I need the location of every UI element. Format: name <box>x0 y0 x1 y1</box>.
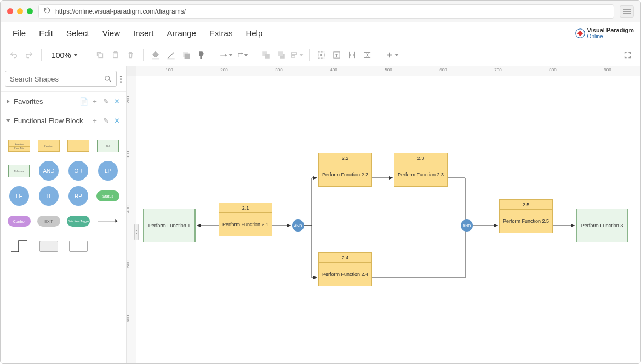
shape-reference-small[interactable]: Ref <box>96 136 120 155</box>
chevron-down-icon <box>228 54 233 56</box>
favorites-header[interactable]: Favorites 📄 + ✎ ✕ <box>1 92 126 111</box>
zoom-dropdown[interactable]: 100% <box>47 51 82 60</box>
svg-rect-15 <box>265 54 270 59</box>
edit-favorite-icon[interactable]: ✎ <box>102 97 110 105</box>
node-reference-1[interactable]: Perform Function 1 <box>143 209 196 242</box>
close-favorite-icon[interactable]: ✕ <box>113 97 121 105</box>
line-color-button[interactable] <box>164 49 178 62</box>
to-back-button[interactable] <box>275 49 288 62</box>
svg-rect-9 <box>167 58 174 59</box>
distribute-v-button[interactable] <box>361 49 374 62</box>
menu-extras[interactable]: Extras <box>204 25 238 41</box>
shape-or-gate[interactable]: OR <box>66 161 90 181</box>
workspace: Favorites 📄 + ✎ ✕ Functional Flow Block … <box>1 66 640 364</box>
search-input[interactable] <box>10 75 104 83</box>
logo[interactable]: Visual Paradigm Online <box>575 27 634 39</box>
menu-bar: File Edit Select View Insert Arrange Ext… <box>1 22 640 44</box>
sidebar-options-button[interactable] <box>120 76 122 83</box>
shape-control[interactable]: Control <box>7 211 31 231</box>
shape-rect[interactable] <box>37 236 61 256</box>
shape-rect-white[interactable] <box>66 236 90 256</box>
favorites-section: Favorites 📄 + ✎ ✕ <box>1 91 126 111</box>
menu-insert[interactable]: Insert <box>128 25 159 41</box>
node-function-2-1[interactable]: 2.1 Perform Function 2.1 <box>219 203 272 236</box>
node-function-2-5[interactable]: 2.5 Perform Function 2.5 <box>499 199 553 233</box>
shape-reference[interactable]: Reference <box>7 161 31 181</box>
functional-flow-section: Functional Flow Block + ✎ ✕ FunctionFunc… <box>1 111 126 264</box>
sidebar-collapse-handle[interactable]: ⋮ <box>134 224 139 240</box>
shape-function[interactable]: Function <box>37 136 61 155</box>
fit-page-button[interactable] <box>315 49 328 62</box>
ruler-corner <box>127 66 136 76</box>
close-window-icon[interactable] <box>7 8 13 14</box>
window-controls <box>7 8 33 14</box>
ruler-horizontal: 100 200 300 400 500 600 700 800 900 <box>136 66 640 76</box>
reload-icon[interactable] <box>43 7 51 16</box>
svg-rect-8 <box>152 58 159 59</box>
functional-flow-header[interactable]: Functional Flow Block + ✎ ✕ <box>1 111 126 130</box>
canvas[interactable]: ⋮ <box>136 76 640 364</box>
browser-bar: https://online.visual-paradigm.com/diagr… <box>1 1 640 22</box>
redo-button[interactable] <box>22 49 36 62</box>
menu-help[interactable]: Help <box>240 25 268 41</box>
shape-arrow[interactable] <box>96 211 120 231</box>
shape-trigger[interactable]: Data Item Trigger <box>66 211 90 231</box>
node-function-2-4[interactable]: 2.4 Perform Function 2.4 <box>318 252 372 286</box>
browser-menu-button[interactable] <box>620 5 634 18</box>
shape-grid: FunctionFunc Title Function Ref Referenc… <box>1 130 126 264</box>
to-front-button[interactable] <box>260 49 273 62</box>
node-function-2-3[interactable]: 2.3 Perform Function 2.3 <box>394 153 448 187</box>
menu-edit[interactable]: Edit <box>33 25 59 41</box>
shape-and-gate[interactable]: AND <box>37 161 61 181</box>
minimize-window-icon[interactable] <box>17 8 23 14</box>
shape-step[interactable] <box>7 236 31 256</box>
close-section-icon[interactable]: ✕ <box>113 117 121 124</box>
waypoint-style-button[interactable] <box>235 49 248 62</box>
svg-rect-12 <box>200 56 202 59</box>
shape-exit[interactable]: EXIT <box>37 211 61 231</box>
node-function-2-2[interactable]: 2.2 Perform Function 2.2 <box>318 153 372 187</box>
menu-arrange[interactable]: Arrange <box>162 25 202 41</box>
chevron-down-icon <box>6 119 10 122</box>
add-shape-icon[interactable]: + <box>91 117 99 124</box>
align-button[interactable] <box>290 49 304 62</box>
delete-button[interactable] <box>124 49 138 62</box>
fit-selection-button[interactable] <box>330 49 344 62</box>
svg-rect-11 <box>184 53 189 58</box>
node-and-gate-1[interactable]: AND <box>292 219 304 232</box>
add-favorite-icon[interactable]: + <box>91 97 99 105</box>
distribute-h-button[interactable] <box>346 49 359 62</box>
favorites-title: Favorites <box>14 97 77 106</box>
paste-button[interactable] <box>109 49 122 62</box>
shape-function-titled[interactable]: FunctionFunc Title <box>7 136 31 155</box>
shape-lp-gate[interactable]: LP <box>96 161 120 181</box>
shape-function-plain[interactable] <box>66 136 90 155</box>
shadow-button[interactable] <box>180 49 193 62</box>
menu-view[interactable]: View <box>97 25 125 41</box>
chevron-down-icon <box>244 54 248 56</box>
node-reference-3[interactable]: Perform Function 3 <box>576 209 628 242</box>
connection-style-button[interactable] <box>220 49 233 62</box>
shape-it-gate[interactable]: IT <box>37 186 61 206</box>
maximize-window-icon[interactable] <box>27 8 33 14</box>
shape-le-gate[interactable]: LE <box>7 186 31 206</box>
address-bar[interactable]: https://online.visual-paradigm.com/diagr… <box>38 4 614 19</box>
format-painter-button[interactable] <box>195 49 208 62</box>
svg-rect-5 <box>99 54 103 58</box>
undo-button[interactable] <box>7 49 20 62</box>
shape-rp-gate[interactable]: RP <box>66 186 90 206</box>
shape-status[interactable]: Status <box>96 186 120 206</box>
menu-file[interactable]: File <box>7 25 31 41</box>
node-and-gate-2[interactable]: AND <box>461 219 473 232</box>
edit-shape-icon[interactable]: ✎ <box>102 117 110 124</box>
fullscreen-button[interactable] <box>621 49 634 62</box>
add-button[interactable] <box>386 49 399 62</box>
search-shapes-box[interactable] <box>5 71 117 87</box>
menu-select[interactable]: Select <box>61 25 95 41</box>
copy-button[interactable] <box>94 49 107 62</box>
search-icon[interactable] <box>104 75 112 83</box>
canvas-area: 100 200 300 400 500 600 700 800 900 200 … <box>127 66 640 364</box>
section-title: Functional Flow Block <box>14 117 88 125</box>
fill-color-button[interactable] <box>149 49 162 62</box>
save-favorite-icon[interactable]: 📄 <box>80 97 88 105</box>
